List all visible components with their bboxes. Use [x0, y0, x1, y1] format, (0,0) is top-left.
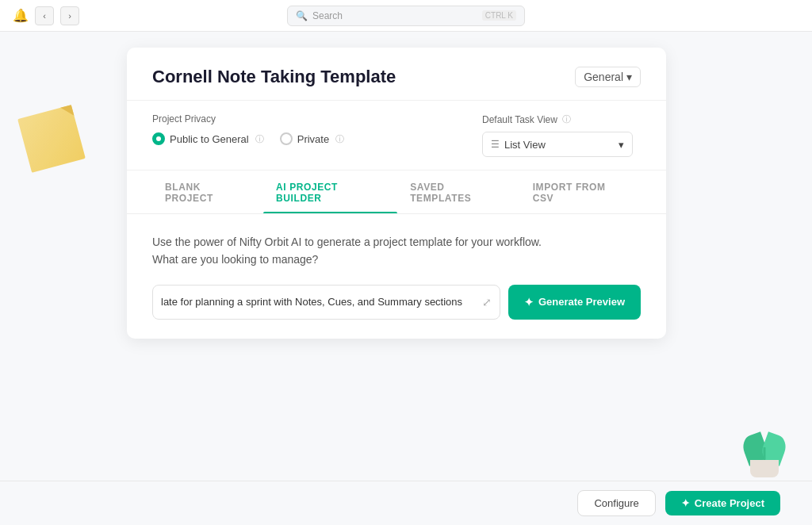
tab-content-ai: Use the power of Nifty Orbit AI to gener…	[127, 214, 666, 339]
generate-label: Generate Preview	[538, 296, 625, 308]
search-bar[interactable]: 🔍 Search CTRL K	[287, 6, 525, 26]
task-view-label: Default Task View ⓘ	[482, 113, 641, 125]
tabs-bar: BLANK PROJECT AI PROJECT BUILDER SAVED T…	[127, 171, 666, 214]
search-icon: 🔍	[296, 10, 308, 21]
prompt-input-wrapper: ⤢	[152, 285, 500, 320]
forward-button[interactable]: ›	[60, 6, 79, 25]
sticky-note-decoration	[17, 105, 86, 173]
radio-circle-private	[280, 132, 293, 145]
privacy-left: Project Privacy Public to General ⓘ Priv…	[152, 113, 344, 145]
tab-import-csv[interactable]: IMPORT FROM CSV	[520, 171, 641, 213]
nav-controls: 🔔 ‹ ›	[13, 6, 79, 25]
search-shortcut: CTRL K	[482, 10, 516, 21]
create-project-button[interactable]: ✦ Create Project	[665, 491, 780, 515]
info-icon-public: ⓘ	[255, 133, 264, 145]
prompt-row: ⤢ ✦ Generate Preview	[152, 285, 641, 320]
bottom-footer: Configure ✦ Create Project	[0, 481, 812, 525]
public-label: Public to General	[170, 133, 249, 145]
prompt-input[interactable]	[161, 296, 482, 308]
list-icon: ☰	[491, 139, 500, 150]
dialog-header: Cornell Note Taking Template General ▾	[127, 48, 666, 101]
configure-button[interactable]: Configure	[577, 490, 655, 516]
privacy-right: Default Task View ⓘ ☰ List View ▾	[482, 113, 641, 157]
privacy-label: Project Privacy	[152, 113, 344, 125]
radio-group: Public to General ⓘ Private ⓘ	[152, 132, 344, 145]
tab-blank-project[interactable]: BLANK PROJECT	[152, 171, 263, 213]
dialog-card: Cornell Note Taking Template General ▾ P…	[127, 48, 666, 339]
sparkle-icon: ✦	[524, 296, 534, 308]
chevron-down-icon-taskview: ▾	[619, 139, 624, 151]
radio-circle-public	[152, 132, 165, 145]
tab-ai-project-builder[interactable]: AI PROJECT BUILDER	[263, 171, 397, 213]
center-panel: Cornell Note Taking Template General ▾ P…	[0, 32, 812, 525]
plant-decoration	[741, 422, 788, 477]
general-dropdown-label: General	[584, 71, 623, 83]
search-placeholder: Search	[312, 10, 343, 21]
top-nav: 🔔 ‹ › 🔍 Search CTRL K	[0, 0, 812, 32]
list-view-select[interactable]: ☰ List View ▾	[482, 132, 633, 157]
chevron-down-icon: ▾	[626, 71, 632, 83]
back-button[interactable]: ‹	[35, 6, 54, 25]
plant-pot	[750, 460, 779, 477]
general-dropdown[interactable]: General ▾	[575, 67, 641, 87]
generate-preview-button[interactable]: ✦ Generate Preview	[508, 285, 641, 320]
star-icon: ✦	[681, 497, 690, 509]
ai-description: Use the power of Nifty Orbit AI to gener…	[152, 233, 641, 269]
bell-icon[interactable]: 🔔	[13, 8, 29, 23]
info-icon-taskview: ⓘ	[562, 113, 571, 125]
public-radio[interactable]: Public to General ⓘ	[152, 132, 264, 145]
private-label: Private	[297, 133, 329, 145]
info-icon-private: ⓘ	[335, 133, 344, 145]
dialog-title: Cornell Note Taking Template	[152, 67, 396, 87]
privacy-section: Project Privacy Public to General ⓘ Priv…	[127, 101, 666, 171]
expand-icon[interactable]: ⤢	[482, 296, 492, 308]
tab-saved-templates[interactable]: SAVED TEMPLATES	[397, 171, 520, 213]
main-content: Cornell Note Taking Template General ▾ P…	[0, 32, 812, 525]
list-view-value: List View	[504, 139, 546, 151]
private-radio[interactable]: Private ⓘ	[280, 132, 344, 145]
